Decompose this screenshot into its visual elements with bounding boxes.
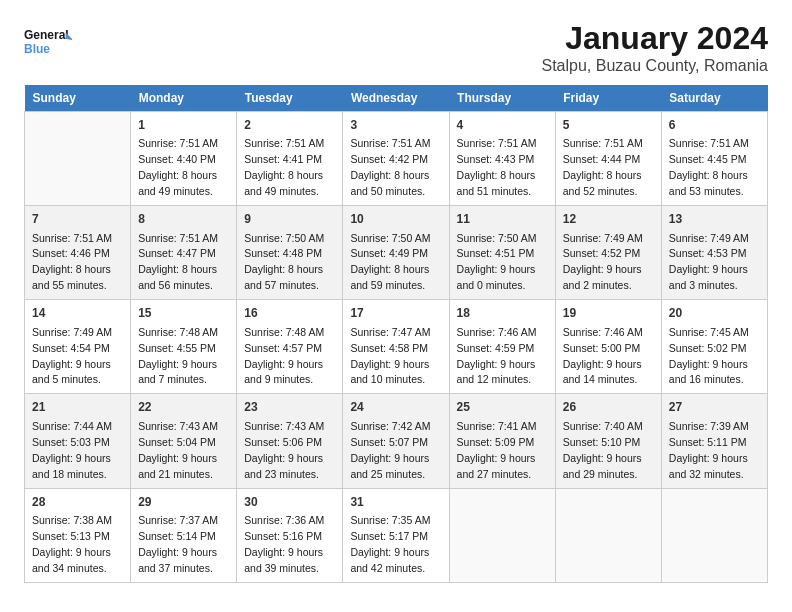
day-number: 6 bbox=[669, 117, 760, 134]
day-number: 8 bbox=[138, 211, 229, 228]
day-info: Sunrise: 7:36 AMSunset: 5:16 PMDaylight:… bbox=[244, 514, 324, 574]
day-info: Sunrise: 7:51 AMSunset: 4:42 PMDaylight:… bbox=[350, 137, 430, 197]
calendar-cell bbox=[25, 112, 131, 206]
day-info: Sunrise: 7:51 AMSunset: 4:46 PMDaylight:… bbox=[32, 232, 112, 292]
calendar-cell: 29 Sunrise: 7:37 AMSunset: 5:14 PMDaylig… bbox=[131, 488, 237, 582]
calendar-cell: 5 Sunrise: 7:51 AMSunset: 4:44 PMDayligh… bbox=[555, 112, 661, 206]
day-number: 22 bbox=[138, 399, 229, 416]
day-number: 12 bbox=[563, 211, 654, 228]
title-block: January 2024 Stalpu, Buzau County, Roman… bbox=[542, 20, 769, 75]
calendar-cell: 23 Sunrise: 7:43 AMSunset: 5:06 PMDaylig… bbox=[237, 394, 343, 488]
svg-text:Blue: Blue bbox=[24, 42, 50, 56]
day-number: 28 bbox=[32, 494, 123, 511]
calendar-cell: 16 Sunrise: 7:48 AMSunset: 4:57 PMDaylig… bbox=[237, 300, 343, 394]
calendar-table: SundayMondayTuesdayWednesdayThursdayFrid… bbox=[24, 85, 768, 583]
day-number: 5 bbox=[563, 117, 654, 134]
day-number: 26 bbox=[563, 399, 654, 416]
weekday-header-thursday: Thursday bbox=[449, 85, 555, 112]
weekday-header-friday: Friday bbox=[555, 85, 661, 112]
day-info: Sunrise: 7:49 AMSunset: 4:53 PMDaylight:… bbox=[669, 232, 749, 292]
page-header: General Blue January 2024 Stalpu, Buzau … bbox=[24, 20, 768, 75]
day-info: Sunrise: 7:48 AMSunset: 4:55 PMDaylight:… bbox=[138, 326, 218, 386]
calendar-cell: 31 Sunrise: 7:35 AMSunset: 5:17 PMDaylig… bbox=[343, 488, 449, 582]
weekday-header-monday: Monday bbox=[131, 85, 237, 112]
day-number: 3 bbox=[350, 117, 441, 134]
day-info: Sunrise: 7:47 AMSunset: 4:58 PMDaylight:… bbox=[350, 326, 430, 386]
day-info: Sunrise: 7:51 AMSunset: 4:44 PMDaylight:… bbox=[563, 137, 643, 197]
day-number: 27 bbox=[669, 399, 760, 416]
day-number: 10 bbox=[350, 211, 441, 228]
calendar-cell: 2 Sunrise: 7:51 AMSunset: 4:41 PMDayligh… bbox=[237, 112, 343, 206]
day-number: 1 bbox=[138, 117, 229, 134]
day-info: Sunrise: 7:51 AMSunset: 4:41 PMDaylight:… bbox=[244, 137, 324, 197]
day-number: 25 bbox=[457, 399, 548, 416]
day-number: 17 bbox=[350, 305, 441, 322]
day-info: Sunrise: 7:48 AMSunset: 4:57 PMDaylight:… bbox=[244, 326, 324, 386]
calendar-cell: 3 Sunrise: 7:51 AMSunset: 4:42 PMDayligh… bbox=[343, 112, 449, 206]
day-number: 15 bbox=[138, 305, 229, 322]
calendar-cell: 21 Sunrise: 7:44 AMSunset: 5:03 PMDaylig… bbox=[25, 394, 131, 488]
day-info: Sunrise: 7:40 AMSunset: 5:10 PMDaylight:… bbox=[563, 420, 643, 480]
calendar-cell: 12 Sunrise: 7:49 AMSunset: 4:52 PMDaylig… bbox=[555, 206, 661, 300]
day-number: 30 bbox=[244, 494, 335, 511]
day-info: Sunrise: 7:51 AMSunset: 4:47 PMDaylight:… bbox=[138, 232, 218, 292]
svg-text:General: General bbox=[24, 28, 69, 42]
day-info: Sunrise: 7:51 AMSunset: 4:43 PMDaylight:… bbox=[457, 137, 537, 197]
calendar-cell: 7 Sunrise: 7:51 AMSunset: 4:46 PMDayligh… bbox=[25, 206, 131, 300]
week-row-1: 1 Sunrise: 7:51 AMSunset: 4:40 PMDayligh… bbox=[25, 112, 768, 206]
location-title: Stalpu, Buzau County, Romania bbox=[542, 57, 769, 75]
calendar-cell: 14 Sunrise: 7:49 AMSunset: 4:54 PMDaylig… bbox=[25, 300, 131, 394]
calendar-cell: 18 Sunrise: 7:46 AMSunset: 4:59 PMDaylig… bbox=[449, 300, 555, 394]
calendar-cell: 1 Sunrise: 7:51 AMSunset: 4:40 PMDayligh… bbox=[131, 112, 237, 206]
weekday-header-wednesday: Wednesday bbox=[343, 85, 449, 112]
day-info: Sunrise: 7:44 AMSunset: 5:03 PMDaylight:… bbox=[32, 420, 112, 480]
day-info: Sunrise: 7:39 AMSunset: 5:11 PMDaylight:… bbox=[669, 420, 749, 480]
day-info: Sunrise: 7:45 AMSunset: 5:02 PMDaylight:… bbox=[669, 326, 749, 386]
day-info: Sunrise: 7:42 AMSunset: 5:07 PMDaylight:… bbox=[350, 420, 430, 480]
day-number: 19 bbox=[563, 305, 654, 322]
weekday-header-tuesday: Tuesday bbox=[237, 85, 343, 112]
week-row-5: 28 Sunrise: 7:38 AMSunset: 5:13 PMDaylig… bbox=[25, 488, 768, 582]
calendar-cell bbox=[555, 488, 661, 582]
calendar-cell: 26 Sunrise: 7:40 AMSunset: 5:10 PMDaylig… bbox=[555, 394, 661, 488]
day-number: 31 bbox=[350, 494, 441, 511]
calendar-cell: 25 Sunrise: 7:41 AMSunset: 5:09 PMDaylig… bbox=[449, 394, 555, 488]
calendar-cell: 15 Sunrise: 7:48 AMSunset: 4:55 PMDaylig… bbox=[131, 300, 237, 394]
day-info: Sunrise: 7:50 AMSunset: 4:48 PMDaylight:… bbox=[244, 232, 324, 292]
day-number: 9 bbox=[244, 211, 335, 228]
calendar-cell: 6 Sunrise: 7:51 AMSunset: 4:45 PMDayligh… bbox=[661, 112, 767, 206]
day-info: Sunrise: 7:35 AMSunset: 5:17 PMDaylight:… bbox=[350, 514, 430, 574]
calendar-cell: 27 Sunrise: 7:39 AMSunset: 5:11 PMDaylig… bbox=[661, 394, 767, 488]
day-number: 4 bbox=[457, 117, 548, 134]
day-info: Sunrise: 7:37 AMSunset: 5:14 PMDaylight:… bbox=[138, 514, 218, 574]
day-info: Sunrise: 7:50 AMSunset: 4:49 PMDaylight:… bbox=[350, 232, 430, 292]
day-number: 7 bbox=[32, 211, 123, 228]
calendar-cell: 10 Sunrise: 7:50 AMSunset: 4:49 PMDaylig… bbox=[343, 206, 449, 300]
day-info: Sunrise: 7:38 AMSunset: 5:13 PMDaylight:… bbox=[32, 514, 112, 574]
calendar-cell: 8 Sunrise: 7:51 AMSunset: 4:47 PMDayligh… bbox=[131, 206, 237, 300]
logo: General Blue bbox=[24, 20, 72, 64]
day-info: Sunrise: 7:49 AMSunset: 4:54 PMDaylight:… bbox=[32, 326, 112, 386]
calendar-cell: 19 Sunrise: 7:46 AMSunset: 5:00 PMDaylig… bbox=[555, 300, 661, 394]
weekday-header-sunday: Sunday bbox=[25, 85, 131, 112]
calendar-cell: 30 Sunrise: 7:36 AMSunset: 5:16 PMDaylig… bbox=[237, 488, 343, 582]
day-info: Sunrise: 7:41 AMSunset: 5:09 PMDaylight:… bbox=[457, 420, 537, 480]
day-number: 21 bbox=[32, 399, 123, 416]
calendar-cell: 11 Sunrise: 7:50 AMSunset: 4:51 PMDaylig… bbox=[449, 206, 555, 300]
day-number: 20 bbox=[669, 305, 760, 322]
day-info: Sunrise: 7:51 AMSunset: 4:40 PMDaylight:… bbox=[138, 137, 218, 197]
calendar-cell: 20 Sunrise: 7:45 AMSunset: 5:02 PMDaylig… bbox=[661, 300, 767, 394]
calendar-cell: 24 Sunrise: 7:42 AMSunset: 5:07 PMDaylig… bbox=[343, 394, 449, 488]
day-number: 18 bbox=[457, 305, 548, 322]
weekday-header-row: SundayMondayTuesdayWednesdayThursdayFrid… bbox=[25, 85, 768, 112]
calendar-cell bbox=[449, 488, 555, 582]
day-info: Sunrise: 7:49 AMSunset: 4:52 PMDaylight:… bbox=[563, 232, 643, 292]
calendar-cell: 22 Sunrise: 7:43 AMSunset: 5:04 PMDaylig… bbox=[131, 394, 237, 488]
day-info: Sunrise: 7:43 AMSunset: 5:04 PMDaylight:… bbox=[138, 420, 218, 480]
day-number: 11 bbox=[457, 211, 548, 228]
day-number: 23 bbox=[244, 399, 335, 416]
day-number: 16 bbox=[244, 305, 335, 322]
week-row-3: 14 Sunrise: 7:49 AMSunset: 4:54 PMDaylig… bbox=[25, 300, 768, 394]
day-number: 14 bbox=[32, 305, 123, 322]
calendar-cell bbox=[661, 488, 767, 582]
